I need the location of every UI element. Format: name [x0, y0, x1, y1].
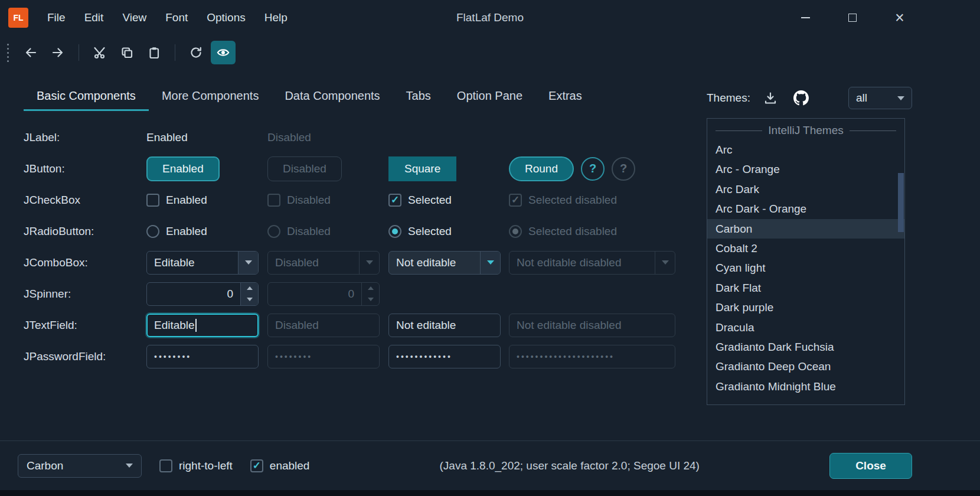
spinner-down-button[interactable]	[241, 294, 258, 305]
combobox-not-editable[interactable]: Not editable	[388, 251, 501, 275]
spinner-value[interactable]: 0	[147, 283, 240, 305]
combobox-value: Disabled	[268, 252, 359, 274]
theme-item[interactable]: Arc - Orange	[707, 159, 904, 179]
theme-item-selected[interactable]: Carbon	[707, 219, 904, 239]
combobox-arrow-button[interactable]	[480, 252, 500, 274]
back-arrow-icon	[24, 46, 37, 59]
download-themes-button[interactable]	[760, 87, 781, 109]
lookandfeel-value: Carbon	[27, 459, 121, 472]
chevron-down-icon	[368, 298, 374, 301]
menu-help[interactable]: Help	[255, 0, 297, 35]
maximize-button[interactable]	[829, 0, 876, 35]
checkbox-enabled[interactable]: Enabled	[146, 194, 267, 207]
theme-item[interactable]: Arc Dark - Orange	[707, 199, 904, 218]
tab-option-pane[interactable]: Option Pane	[444, 83, 535, 111]
jpasswordfield-row-label: JPasswordField:	[24, 350, 146, 363]
passwordfield-editable[interactable]: ••••••••	[146, 345, 259, 368]
checkbox-icon	[146, 194, 159, 207]
theme-item[interactable]: Dark purple	[707, 298, 904, 317]
tab-tabs[interactable]: Tabs	[393, 83, 444, 111]
radio-disabled: Disabled	[267, 225, 388, 238]
theme-item[interactable]: Dark Flat	[707, 278, 904, 298]
github-icon	[793, 90, 809, 106]
minimize-button[interactable]	[782, 0, 829, 35]
chevron-up-icon	[368, 286, 374, 290]
menu-file[interactable]: File	[38, 0, 75, 35]
theme-item[interactable]: Arc	[707, 140, 904, 159]
combobox-editable[interactable]: Editable	[146, 251, 259, 275]
menu-view[interactable]: View	[113, 0, 156, 35]
text-caret	[195, 319, 197, 332]
close-window-button[interactable]: ×	[876, 0, 923, 35]
round-button[interactable]: Round	[509, 156, 574, 181]
theme-item[interactable]: Gradianto Deep Ocean	[707, 357, 904, 376]
back-button[interactable]	[18, 41, 43, 64]
jbutton-row-label: JButton:	[24, 162, 146, 175]
checkbox-icon	[159, 459, 172, 472]
theme-item[interactable]: Arc Dark	[707, 180, 904, 199]
menu-options[interactable]: Options	[197, 0, 254, 35]
forward-button[interactable]	[45, 41, 70, 64]
theme-item[interactable]: Dracula	[707, 318, 904, 337]
radio-label: Selected	[408, 225, 452, 238]
enabled-checkbox[interactable]: enabled	[250, 459, 310, 472]
textfield-disabled: Disabled	[267, 314, 380, 337]
passwordfield-value: •••••••••••••••••••••	[517, 352, 615, 361]
combobox-arrow-button	[359, 252, 379, 274]
chevron-down-icon	[366, 260, 373, 265]
right-to-left-checkbox[interactable]: right-to-left	[159, 459, 233, 472]
checkbox-label: Selected	[408, 194, 452, 207]
show-hover-effects-toggle[interactable]	[211, 41, 236, 64]
menu-font[interactable]: Font	[156, 0, 197, 35]
close-button[interactable]: Close	[829, 453, 912, 479]
enabled-button[interactable]: Enabled	[146, 156, 220, 181]
help-button-disabled: ?	[612, 157, 635, 181]
tab-data-components[interactable]: Data Components	[272, 83, 393, 111]
paste-button[interactable]	[142, 41, 166, 64]
theme-item[interactable]: Cobalt 2	[707, 239, 904, 258]
spinner-enabled[interactable]: 0	[146, 282, 259, 306]
spinner-up-button[interactable]	[241, 283, 258, 294]
disabled-button: Disabled	[267, 156, 342, 181]
chevron-down-icon	[245, 260, 252, 265]
textfield-editable[interactable]: Editable	[146, 314, 259, 337]
checkbox-checked-icon	[388, 194, 401, 207]
combobox-arrow-button[interactable]	[238, 252, 258, 274]
scrollbar-thumb[interactable]	[898, 173, 904, 232]
cut-button[interactable]	[87, 41, 112, 64]
passwordfield-disabled: ••••••••	[267, 345, 380, 368]
spinner-value: 0	[268, 283, 361, 305]
toolbar-grip-handle[interactable]	[7, 44, 9, 62]
theme-item[interactable]: Gradianto Midnight Blue	[707, 377, 904, 396]
refresh-button[interactable]	[184, 41, 208, 64]
toolbar-separator	[79, 44, 79, 61]
passwordfield-not-editable-disabled: •••••••••••••••••••••	[509, 345, 675, 368]
tab-more-components[interactable]: More Components	[149, 83, 272, 111]
textfield-value: Not editable	[396, 319, 456, 332]
checkbox-icon	[267, 194, 280, 207]
radio-enabled[interactable]: Enabled	[146, 225, 267, 238]
app-logo-icon: FL	[8, 8, 28, 28]
checkbox-selected[interactable]: Selected	[388, 194, 509, 207]
themes-filter-combobox[interactable]: all	[848, 87, 912, 109]
chevron-down-icon	[897, 96, 904, 100]
lookandfeel-combobox[interactable]: Carbon	[18, 454, 142, 478]
radio-selected[interactable]: Selected	[388, 225, 509, 238]
jlabel-row-label: JLabel:	[24, 131, 146, 144]
tab-basic-components[interactable]: Basic Components	[24, 83, 149, 111]
copy-button[interactable]	[115, 41, 139, 64]
help-button[interactable]: ?	[581, 157, 605, 181]
textfield-not-editable-disabled: Not editable disabled	[509, 314, 675, 337]
theme-item[interactable]: Gradianto Dark Fuchsia	[707, 337, 904, 357]
github-button[interactable]	[790, 87, 812, 109]
menu-edit[interactable]: Edit	[75, 0, 113, 35]
tab-extras[interactable]: Extras	[535, 83, 595, 111]
spinner-arrows	[361, 283, 379, 305]
checkbox-label: Selected disabled	[528, 194, 617, 207]
square-button[interactable]: Square	[388, 156, 456, 181]
radio-selected-icon	[509, 225, 522, 238]
radio-selected-disabled: Selected disabled	[509, 225, 686, 238]
combobox-not-editable-disabled: Not editable disabled	[509, 251, 675, 275]
theme-item[interactable]: Cyan light	[707, 258, 904, 278]
titlebar: FL File Edit View Font Options Help Flat…	[0, 0, 980, 35]
